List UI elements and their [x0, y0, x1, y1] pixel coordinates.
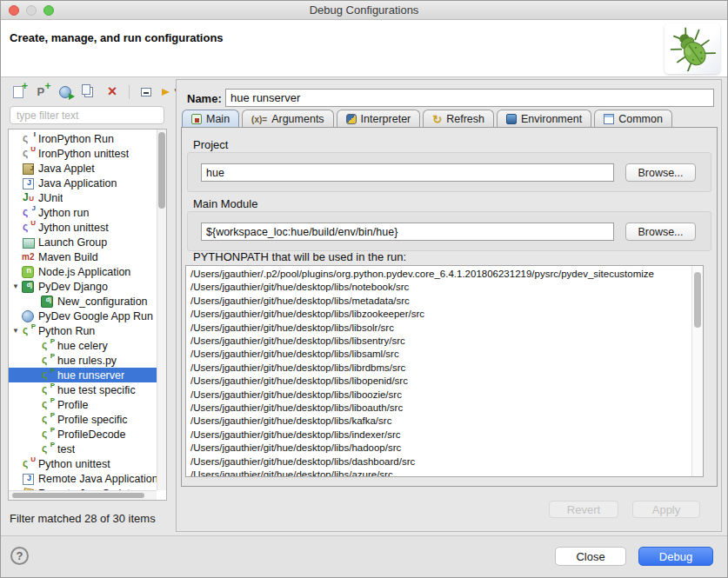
tree-vertical-scrollbar[interactable]	[157, 130, 166, 490]
tree-item-hue-celery[interactable]: hue celery	[9, 338, 157, 353]
pythonpath-entry[interactable]: /Users/jgauthier/git/hue/desktop/libs/ha…	[190, 442, 690, 455]
duplicate-icon[interactable]	[80, 83, 97, 101]
apply-button[interactable]: Apply	[632, 501, 700, 518]
debug-button[interactable]: Debug	[638, 547, 713, 566]
tree-item-pydev-google-app-run[interactable]: PyDev Google App Run	[9, 309, 157, 323]
tab-interpreter[interactable]: Interpreter	[337, 110, 421, 128]
main-module-browse-button[interactable]: Browse...	[625, 223, 696, 241]
expand-caret-icon[interactable]: ▼	[10, 327, 21, 335]
tree-item-ironpython-unittest[interactable]: IronPython unittest	[9, 146, 157, 161]
tree-vertical-scrollbar-thumb[interactable]	[158, 132, 165, 209]
pythonpath-entry[interactable]: /Users/jgauthier/git/hue/desktop/libs/li…	[190, 335, 690, 348]
export-configurations-icon[interactable]	[57, 83, 74, 101]
tree-item-new-configuration[interactable]: New_configuration	[9, 294, 157, 309]
tree-item-launch-group[interactable]: Launch Group	[9, 235, 157, 249]
pydev-django-icon	[40, 295, 55, 308]
expand-caret-icon[interactable]: ▼	[10, 282, 21, 290]
tree-item-profile[interactable]: Profile	[9, 397, 157, 412]
filter-input[interactable]	[10, 106, 164, 124]
duplicate-glyph	[82, 84, 90, 95]
name-input[interactable]	[225, 89, 714, 107]
pythonpath-entry[interactable]: /Users/jgauthier/git/hue/desktop/libs/li…	[190, 375, 690, 388]
pythonpath-entry[interactable]: /Users/jgauthier/git/hue/desktop/libs/az…	[190, 468, 690, 476]
tree-item-node-js-application[interactable]: Node.js Application	[9, 264, 157, 279]
tree-item-hue-test-specific[interactable]: hue test specific	[9, 382, 157, 397]
pythonpath-entry[interactable]: /Users/jgauthier/git/hue/desktop/libs/li…	[190, 322, 690, 335]
tree-item-label: Jython run	[38, 207, 89, 219]
pythonpath-entry[interactable]: /Users/jgauthier/git/hue/desktop/libs/li…	[190, 348, 690, 361]
main-tab-content: Project Browse... Main Module Browse... …	[181, 127, 718, 487]
java-application-icon	[21, 176, 36, 189]
delete-icon[interactable]	[104, 83, 121, 101]
config-panel: Name: Main(x)=ArgumentsInterpreterRefres…	[176, 79, 722, 532]
tree-item-jython-unittest[interactable]: Jython unittest	[9, 220, 157, 235]
tab-refresh[interactable]: Refresh	[423, 110, 494, 128]
tree-item-pydev-django[interactable]: ▼PyDev Django	[9, 279, 157, 294]
name-label: Name:	[187, 92, 222, 105]
debug-configurations-dialog: Debug Configurations Create, manage, and…	[0, 0, 728, 578]
pythonpath-entry[interactable]: /Users/jgauthier/git/hue/desktop/libs/no…	[190, 281, 690, 294]
tree-item-python-unittest[interactable]: Python unittest	[9, 456, 157, 471]
pythonpath-entry[interactable]: /Users/jgauthier/.p2/pool/plugins/org.py…	[190, 268, 690, 281]
new-configuration-icon[interactable]	[10, 83, 27, 101]
collapse-all-icon[interactable]	[137, 83, 155, 101]
pythonpath-entry[interactable]: /Users/jgauthier/git/hue/desktop/libs/da…	[190, 455, 690, 468]
pythonpath-entry[interactable]: /Users/jgauthier/git/hue/desktop/libs/me…	[190, 295, 690, 308]
project-input[interactable]	[201, 163, 614, 182]
tree-item-label: test	[57, 443, 75, 455]
pythonpath-entry[interactable]: /Users/jgauthier/git/hue/desktop/libs/li…	[190, 362, 690, 375]
tree-item-junit[interactable]: JUnit	[9, 190, 157, 205]
tree-item-jython-run[interactable]: Jython run	[9, 205, 157, 220]
tab-common[interactable]: Common	[594, 110, 672, 128]
configurations-tree: IronPython RunIronPython unittestJava Ap…	[8, 129, 167, 501]
python-run-icon	[40, 339, 55, 352]
tree-item-java-application[interactable]: Java Application	[9, 176, 157, 190]
pythonpath-entry[interactable]: /Users/jgauthier/git/hue/desktop/libs/li…	[190, 308, 690, 321]
pythonpath-vertical-scrollbar[interactable]	[691, 266, 703, 476]
tree-item-label: PyDev Django	[38, 281, 108, 293]
tree-horizontal-scrollbar-thumb[interactable]	[12, 493, 144, 498]
tree-item-label: Jython unittest	[38, 222, 109, 234]
tree-item-profiledecode[interactable]: ProfileDecode	[9, 427, 157, 442]
jython-run-icon	[21, 206, 36, 219]
main-module-input[interactable]	[201, 223, 614, 241]
tree-horizontal-scrollbar[interactable]	[9, 490, 157, 500]
tree-item-label: New_configuration	[57, 296, 148, 308]
new-prototype-icon[interactable]	[33, 83, 50, 101]
tree-item-python-run[interactable]: ▼Python Run	[9, 323, 157, 338]
tree-item-profile-specific[interactable]: Profile specific	[9, 412, 157, 427]
tree-item-label: IronPython Run	[38, 133, 114, 145]
tree-item-test[interactable]: test	[9, 442, 157, 456]
tree-item-label: Remote Java Application	[38, 473, 157, 485]
tab-label: Interpreter	[361, 113, 411, 125]
tree-item-ironpython-run[interactable]: IronPython Run	[9, 131, 157, 146]
help-button[interactable]	[10, 547, 29, 565]
main-tab-icon	[191, 114, 202, 124]
tab-environment[interactable]: Environment	[497, 110, 591, 128]
tree-item-label: Maven Build	[38, 251, 98, 263]
tree-item-hue-runserver[interactable]: hue runserver	[9, 368, 157, 382]
new-prototype-glyph	[36, 86, 49, 99]
project-browse-button[interactable]: Browse...	[625, 163, 696, 182]
tree-item-maven-build[interactable]: Maven Build	[9, 249, 157, 264]
tree-item-hue-rules-py[interactable]: hue rules.py	[9, 353, 157, 368]
arguments-tab-icon: (x)=	[251, 115, 267, 124]
zoom-window-button[interactable]	[43, 5, 54, 16]
tree-item-java-applet[interactable]: Java Applet	[9, 161, 157, 176]
minimize-window-button[interactable]	[26, 5, 37, 16]
tree-item-label: Launch Group	[38, 236, 107, 249]
close-window-button[interactable]	[9, 5, 19, 16]
tab-main[interactable]: Main	[182, 110, 239, 128]
tree-item-remote-java-application[interactable]: Remote Java Application	[9, 471, 157, 486]
pythonpath-entry[interactable]: /Users/jgauthier/git/hue/desktop/libs/in…	[190, 429, 690, 442]
pythonpath-entry[interactable]: /Users/jgauthier/git/hue/desktop/libs/ka…	[190, 415, 690, 428]
pythonpath-entry[interactable]: /Users/jgauthier/git/hue/desktop/libs/li…	[190, 389, 690, 402]
revert-button[interactable]: Revert	[549, 501, 618, 518]
launch-group-icon	[21, 236, 36, 249]
tab-arguments[interactable]: (x)=Arguments	[242, 110, 334, 128]
pythonpath-scrollbar-thumb[interactable]	[694, 272, 701, 328]
close-button[interactable]: Close	[555, 547, 626, 566]
tab-label: Refresh	[446, 113, 484, 125]
export-configurations-glyph	[59, 86, 71, 98]
pythonpath-entry[interactable]: /Users/jgauthier/git/hue/desktop/libs/li…	[190, 402, 690, 415]
